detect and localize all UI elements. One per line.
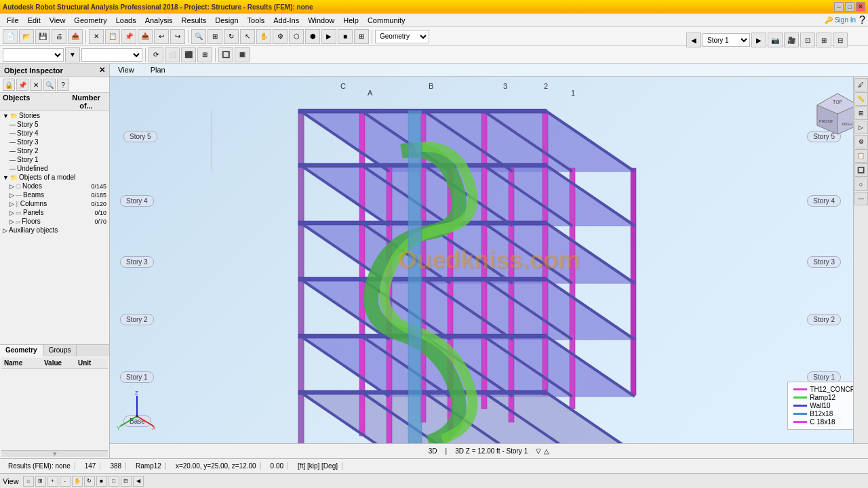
rt-btn-3[interactable]: ⊞ [854,106,868,120]
rotate-3d-btn[interactable]: ⟳ [149,47,163,62]
tree-beams[interactable]: ▷ — Beams 0/185 [0,190,109,199]
view-btn-section[interactable]: ⊟ [121,476,132,487]
menu-window[interactable]: Window [304,15,338,26]
inspector-btn-2[interactable]: 📌 [16,79,28,91]
canvas-area[interactable]: Ouedkniss.com Story 5 Story 4 Story 3 St… [110,77,868,443]
view-up-btn[interactable]: △ [544,447,549,455]
delete-button[interactable]: ✕ [89,29,104,44]
tree-story5[interactable]: — Story 5 [0,120,109,129]
view-btn-fit[interactable]: ⊞ [35,476,46,487]
view-btn-1[interactable]: ⬜ [165,47,180,62]
tools-btn-4[interactable]: ▶ [321,29,336,44]
pan-button[interactable]: ✋ [256,29,271,44]
view-btn-shade[interactable]: ■ [96,476,107,487]
import-button[interactable]: 📥 [138,29,153,44]
menu-view[interactable]: View [45,15,70,26]
menu-file[interactable]: File [3,15,23,26]
tree-columns[interactable]: ▷ || Columns 0/120 [0,199,109,208]
tree-story4[interactable]: — Story 4 [0,129,109,138]
view-btn-home[interactable]: ⌂ [23,476,34,487]
view-btn-rotate[interactable]: ↻ [84,476,95,487]
minimize-button[interactable]: ─ [834,2,844,12]
select-button[interactable]: ↖ [240,29,255,44]
close-inspector-icon[interactable]: ✕ [99,66,105,75]
camera-btn-4[interactable]: ⊞ [816,33,831,47]
input-select[interactable] [3,48,64,62]
tree-panels[interactable]: ▷ ▭ Panels 0/10 [0,208,109,217]
tools-btn-6[interactable]: ⊞ [354,29,369,44]
input-btn[interactable]: ▼ [65,47,80,62]
tree-undefined[interactable]: — Undefined [0,164,109,173]
rt-btn-8[interactable]: ○ [854,178,868,191]
sign-in-link[interactable]: 🔑 Sign In [825,16,856,24]
view-btn-wire[interactable]: □ [108,476,119,487]
camera-btn-2[interactable]: 🎥 [784,33,799,47]
building-3d[interactable] [212,90,686,443]
menu-community[interactable]: Community [363,15,410,26]
tab-view[interactable]: View [113,65,140,75]
input-select-2[interactable] [81,48,142,62]
tools-btn-5[interactable]: ■ [338,29,353,44]
inspector-btn-1[interactable]: 🔒 [3,79,15,91]
display-btn-1[interactable]: 🔲 [218,47,233,62]
camera-btn-1[interactable]: 📷 [768,33,783,47]
open-button[interactable]: 📂 [19,29,34,44]
tree-floors[interactable]: ▷ ▱ Floors 0/70 [0,217,109,226]
export-button[interactable]: 📤 [68,29,83,44]
camera-btn-3[interactable]: ⊡ [800,33,815,47]
help-icon[interactable]: ? [859,14,865,26]
menu-edit[interactable]: Edit [24,15,45,26]
view-btn-zoomout[interactable]: - [60,476,71,487]
camera-btn-5[interactable]: ⊟ [833,33,848,47]
tree-auxiliary[interactable]: ▷ Auxiliary objects [0,226,109,235]
redo-button[interactable]: ↪ [170,29,185,44]
tree-objects-model[interactable]: ▼ 📁 Objects of a model [0,173,109,182]
tab-groups[interactable]: Groups [43,345,77,357]
rotate-button[interactable]: ↻ [224,29,239,44]
new-button[interactable]: 📄 [3,29,18,44]
rt-btn-4[interactable]: ▷ [854,121,868,134]
rt-btn-2[interactable]: 📏 [854,92,868,106]
menu-loads[interactable]: Loads [112,15,140,26]
zoom-button[interactable]: 🔍 [191,29,206,44]
rt-btn-7[interactable]: 🔲 [854,163,868,177]
tab-geometry[interactable]: Geometry [0,345,43,357]
window-controls[interactable]: ─ □ ✕ [834,2,865,12]
menu-help[interactable]: Help [339,15,363,26]
view-btn-3[interactable]: ⊞ [197,47,212,62]
story-next-button[interactable]: ▶ [751,33,766,47]
view-btn-zoom[interactable]: + [47,476,58,487]
rt-btn-6[interactable]: 📋 [854,149,868,163]
view-btn-pan[interactable]: ✋ [72,476,83,487]
rt-btn-5[interactable]: ⚙ [854,135,868,148]
menu-geometry[interactable]: Geometry [70,15,111,26]
close-button[interactable]: ✕ [856,2,865,12]
tab-plan[interactable]: Plan [145,65,171,75]
story-prev-button[interactable]: ◀ [686,33,701,47]
inspector-search-btn[interactable]: 🔍 [43,79,56,91]
print-button[interactable]: 🖨 [52,29,66,44]
zoom-all-button[interactable]: ⊞ [208,29,222,44]
display-btn-2[interactable]: 🔳 [235,47,250,62]
view-btn-arrow[interactable]: ◀ [133,476,144,487]
story-select[interactable]: Story 1 [703,33,750,47]
rt-btn-1[interactable]: 🖊 [854,78,868,92]
tools-btn-1[interactable]: ⚙ [273,29,288,44]
view-expand-btn[interactable]: ▽ [536,447,541,455]
menu-results[interactable]: Results [178,15,211,26]
tree-nodes[interactable]: ▷ ⬡ Nodes 0/145 [0,182,109,190]
tree-stories[interactable]: ▼ 📁 Stories [0,111,109,120]
view-btn-2[interactable]: ⬛ [181,47,196,62]
maximize-button[interactable]: □ [845,2,854,12]
rt-btn-9[interactable]: — [854,192,868,205]
inspector-help-btn[interactable]: ? [57,79,69,91]
tree-story1[interactable]: — Story 1 [0,155,109,164]
inspector-btn-3[interactable]: ✕ [30,79,42,91]
menu-tools[interactable]: Tools [243,15,269,26]
menu-addins[interactable]: Add-Ins [269,15,303,26]
paste-button[interactable]: 📌 [121,29,136,44]
tree-story2[interactable]: — Story 2 [0,146,109,155]
undo-button[interactable]: ↩ [154,29,169,44]
copy-button[interactable]: 📋 [105,29,120,44]
tools-btn-3[interactable]: ⬢ [305,29,320,44]
